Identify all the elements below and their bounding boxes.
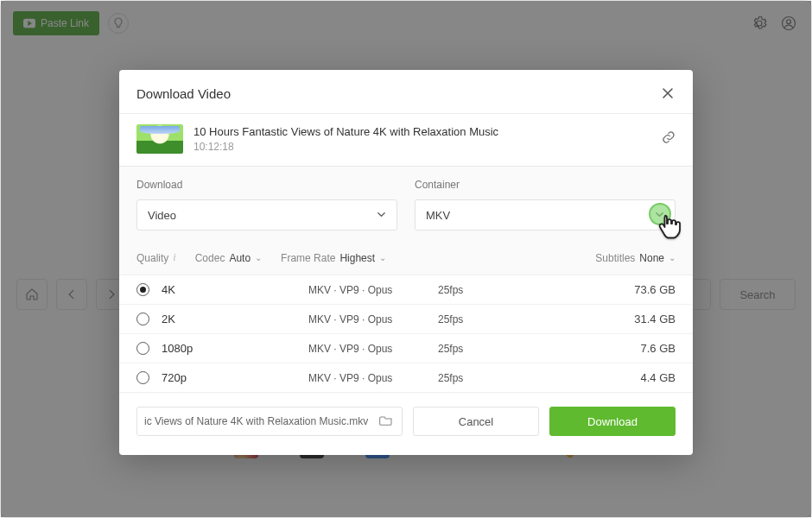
quality-option[interactable]: 2K MKV · VP9 · Opus 25fps 31.4 GB — [119, 305, 693, 334]
quality-option[interactable]: 4K MKV · VP9 · Opus 25fps 73.6 GB — [119, 275, 693, 305]
filename-field[interactable]: ic Views of Nature 4K with Relaxation Mu… — [136, 407, 403, 436]
video-duration: 10:12:18 — [193, 141, 651, 153]
modal-footer: ic Views of Nature 4K with Relaxation Mu… — [119, 392, 693, 455]
app-frame: Paste Link Search bilibili sites Downloa… — [0, 0, 812, 518]
framerate-filter[interactable]: Frame Rate Highest ⌄ — [281, 252, 386, 264]
radio-icon — [136, 342, 149, 355]
video-title: 10 Hours Fantastic Views of Nature 4K wi… — [193, 125, 651, 138]
quality-list: 4K MKV · VP9 · Opus 25fps 73.6 GB 2K MKV… — [119, 275, 693, 392]
radio-icon — [136, 313, 149, 325]
radio-icon — [136, 371, 149, 384]
info-icon: i — [173, 251, 175, 264]
close-button[interactable] — [660, 85, 676, 101]
download-type-label: Download — [136, 179, 397, 191]
video-thumbnail — [136, 124, 183, 154]
filters-row: Quality i Codec Auto ⌄ Frame Rate Highes… — [119, 244, 693, 275]
download-button[interactable]: Download — [549, 407, 676, 436]
chevron-down-icon — [655, 209, 664, 222]
download-type-select[interactable]: Video — [136, 199, 397, 231]
folder-icon — [379, 414, 393, 426]
subtitles-filter[interactable]: Subtitles None ⌄ — [595, 252, 676, 264]
link-icon — [662, 130, 676, 144]
copy-link-button[interactable] — [662, 130, 676, 148]
close-icon — [662, 87, 674, 99]
modal-title: Download Video — [136, 86, 231, 101]
quality-option[interactable]: 1080p MKV · VP9 · Opus 25fps 7.6 GB — [119, 334, 693, 363]
container-label: Container — [415, 179, 676, 191]
cancel-button[interactable]: Cancel — [413, 407, 539, 436]
quality-info[interactable]: Quality i — [136, 251, 176, 264]
video-info-row: 10 Hours Fantastic Views of Nature 4K wi… — [119, 114, 693, 167]
container-select[interactable]: MKV — [415, 199, 676, 231]
codec-filter[interactable]: Codec Auto ⌄ — [195, 252, 262, 264]
chevron-down-icon: ⌄ — [379, 253, 386, 262]
modal-header: Download Video — [119, 70, 693, 114]
modal-overlay: Download Video 10 Hours Fantastic Views … — [1, 1, 811, 517]
download-video-modal: Download Video 10 Hours Fantastic Views … — [119, 70, 693, 455]
quality-option[interactable]: 720p MKV · VP9 · Opus 25fps 4.4 GB — [119, 363, 693, 392]
chevron-down-icon — [377, 209, 386, 222]
chevron-down-icon: ⌄ — [255, 253, 262, 262]
radio-icon — [136, 283, 149, 296]
folder-button[interactable] — [379, 414, 393, 429]
select-row: Download Video Container MKV — [119, 167, 693, 244]
chevron-down-icon: ⌄ — [669, 253, 676, 262]
